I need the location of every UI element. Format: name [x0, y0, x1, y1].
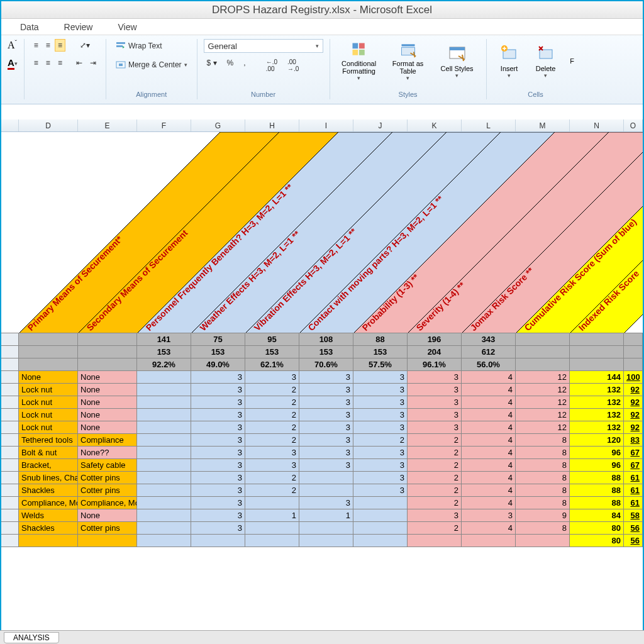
cell-primary[interactable]: Snub lines, Chain, Shackle: [19, 472, 78, 484]
summary-cell[interactable]: [570, 333, 624, 346]
cell[interactable]: 3: [191, 396, 245, 409]
cell[interactable]: 3: [408, 409, 462, 421]
cell[interactable]: 4: [462, 447, 516, 459]
cell[interactable]: 4: [462, 497, 516, 509]
summary-cell[interactable]: 96.1%: [408, 358, 462, 371]
cell[interactable]: 8: [516, 472, 570, 484]
summary-cell[interactable]: 153: [137, 346, 191, 358]
cell[interactable]: 4: [462, 459, 516, 472]
cell-secondary[interactable]: [78, 535, 137, 547]
summary-cell[interactable]: 49.0%: [191, 358, 245, 371]
cell[interactable]: 3: [353, 472, 408, 484]
summary-cell[interactable]: 153: [191, 346, 245, 358]
cell[interactable]: 3: [299, 371, 353, 384]
summary-cell[interactable]: [19, 346, 78, 358]
cell[interactable]: 2: [408, 459, 462, 472]
cell[interactable]: [137, 434, 191, 447]
cell-secondary[interactable]: None??: [78, 447, 137, 459]
cell[interactable]: [353, 535, 408, 547]
cell[interactable]: 3: [408, 509, 462, 522]
cell-cumulative[interactable]: 120: [570, 434, 624, 447]
summary-cell[interactable]: [570, 346, 624, 358]
format-as-table-button[interactable]: Format as Table ▾: [386, 40, 431, 82]
cell-primary[interactable]: Lock nut: [19, 384, 78, 396]
insert-button[interactable]: Insert ▾: [493, 40, 526, 82]
cell[interactable]: 12: [516, 384, 570, 396]
cell[interactable]: 3: [353, 421, 408, 434]
cell-indexed[interactable]: 92: [624, 396, 643, 409]
cell[interactable]: [299, 535, 353, 547]
cell[interactable]: [408, 535, 462, 547]
cell[interactable]: [137, 447, 191, 459]
col-header[interactable]: O: [624, 119, 643, 131]
cell[interactable]: 3: [353, 409, 408, 421]
cell-secondary[interactable]: None: [78, 421, 137, 434]
summary-cell[interactable]: 153: [299, 346, 353, 358]
cell[interactable]: [353, 497, 408, 509]
summary-cell[interactable]: 153: [245, 346, 299, 358]
cell[interactable]: 4: [462, 371, 516, 384]
cell-primary[interactable]: Compliance, Monitoring: [19, 497, 78, 509]
cell[interactable]: 3: [245, 459, 299, 472]
cell-primary[interactable]: [19, 535, 78, 547]
cell-cumulative[interactable]: 84: [570, 509, 624, 522]
cell-indexed[interactable]: 61: [624, 484, 643, 497]
cell[interactable]: 2: [245, 384, 299, 396]
cell[interactable]: 3: [191, 371, 245, 384]
cell[interactable]: 3: [191, 472, 245, 484]
summary-cell[interactable]: 75: [191, 333, 245, 346]
col-header[interactable]: M: [516, 119, 570, 131]
cell-indexed[interactable]: 61: [624, 472, 643, 484]
cell[interactable]: 1: [245, 509, 299, 522]
cell[interactable]: 2: [245, 409, 299, 421]
summary-cell[interactable]: 62.1%: [245, 358, 299, 371]
cell-secondary[interactable]: None: [78, 409, 137, 421]
cell[interactable]: 3: [191, 409, 245, 421]
cell[interactable]: 3: [299, 447, 353, 459]
cell-styles-button[interactable]: Cell Styles ▾: [435, 40, 480, 82]
cell-indexed[interactable]: 56: [624, 535, 643, 547]
align-top[interactable]: ≡: [31, 39, 42, 52]
align-center[interactable]: ≡: [43, 57, 53, 69]
percent-button[interactable]: %: [224, 57, 237, 74]
cell[interactable]: 8: [516, 522, 570, 535]
cell[interactable]: [245, 497, 299, 509]
cell[interactable]: 3: [408, 384, 462, 396]
align-right[interactable]: ≡: [55, 57, 65, 69]
cell[interactable]: 4: [462, 484, 516, 497]
cell[interactable]: 3: [353, 484, 408, 497]
cell[interactable]: 2: [408, 484, 462, 497]
summary-cell[interactable]: [19, 333, 78, 346]
cell[interactable]: 3: [245, 371, 299, 384]
cell[interactable]: 2: [245, 421, 299, 434]
conditional-formatting-button[interactable]: Conditional Formatting ▾: [336, 40, 382, 82]
cell[interactable]: 3: [353, 384, 408, 396]
summary-cell[interactable]: [516, 333, 570, 346]
summary-cell[interactable]: 196: [408, 333, 462, 346]
cell[interactable]: [137, 497, 191, 509]
summary-cell[interactable]: [78, 358, 137, 371]
menu-data[interactable]: Data: [20, 22, 39, 32]
cell-cumulative[interactable]: 88: [570, 484, 624, 497]
orientation-button[interactable]: ⤢▾: [77, 39, 93, 52]
cell[interactable]: 2: [245, 434, 299, 447]
cell[interactable]: 3: [191, 459, 245, 472]
cell[interactable]: 4: [462, 472, 516, 484]
cell-primary[interactable]: Lock nut: [19, 396, 78, 409]
cell-secondary[interactable]: None: [78, 384, 137, 396]
summary-cell[interactable]: 343: [462, 333, 516, 346]
cell[interactable]: 3: [462, 509, 516, 522]
summary-cell[interactable]: [516, 346, 570, 358]
menu-review[interactable]: Review: [64, 22, 93, 32]
cell[interactable]: 3: [408, 396, 462, 409]
cell[interactable]: 3: [299, 421, 353, 434]
cell-primary[interactable]: Bolt & nut: [19, 447, 78, 459]
cell-indexed[interactable]: 58: [624, 509, 643, 522]
cell[interactable]: [137, 421, 191, 434]
cell[interactable]: 9: [516, 509, 570, 522]
cell-indexed[interactable]: 56: [624, 522, 643, 535]
cell[interactable]: [245, 535, 299, 547]
summary-cell[interactable]: 92.2%: [137, 358, 191, 371]
cell[interactable]: [191, 535, 245, 547]
summary-cell[interactable]: 612: [462, 346, 516, 358]
